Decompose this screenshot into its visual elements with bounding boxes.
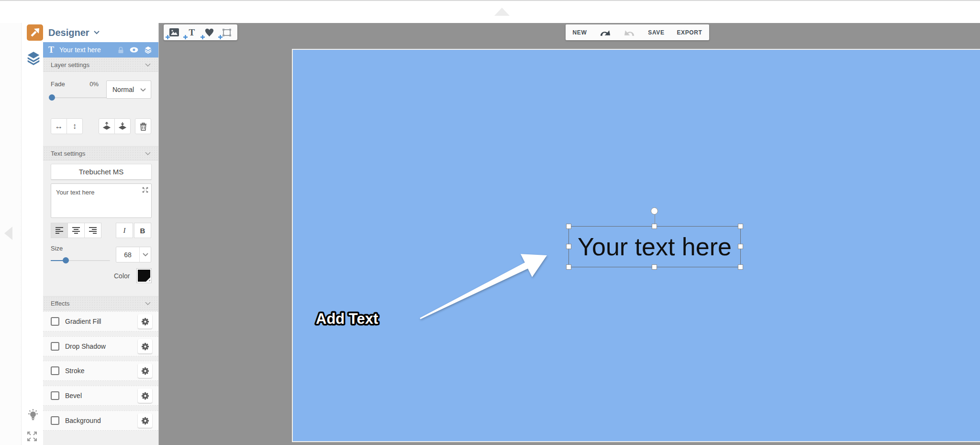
effect-label: Gradient Fill (65, 318, 101, 325)
top-strip (0, 0, 980, 23)
canvas-text[interactable]: Your text here (569, 227, 740, 267)
effects-title: Effects (51, 300, 70, 307)
expand-icon[interactable] (142, 187, 148, 193)
undo-button[interactable] (599, 28, 611, 37)
collapse-up-icon[interactable] (494, 8, 510, 16)
visibility-eye-icon[interactable] (130, 47, 138, 53)
add-graphic-button[interactable] (203, 26, 215, 39)
text-content-input[interactable]: Your text here (51, 183, 152, 218)
text-settings-header[interactable]: Text settings (43, 146, 158, 160)
gear-icon (141, 342, 149, 351)
redo-button[interactable] (624, 28, 635, 37)
align-center-button[interactable] (67, 223, 85, 238)
rotation-handle[interactable] (651, 207, 658, 215)
collapse-left-icon[interactable] (4, 227, 12, 240)
color-swatch[interactable] (136, 268, 152, 283)
align-left-button[interactable] (51, 223, 68, 238)
heart-icon (204, 28, 214, 37)
app: Designer T Your text here (0, 0, 980, 445)
export-button[interactable]: EXPORT (677, 29, 702, 36)
drop-shadow-checkbox[interactable] (51, 342, 59, 351)
resize-handle-bottom-middle[interactable] (652, 264, 657, 270)
gear-icon (141, 392, 149, 400)
add-image-button[interactable] (168, 26, 180, 39)
effects-header[interactable]: Effects (43, 296, 158, 310)
stroke-checkbox[interactable] (51, 366, 59, 375)
add-text-button[interactable]: T (186, 26, 198, 39)
selected-layer-row[interactable]: T Your text here (43, 42, 158, 57)
save-button[interactable]: SAVE (648, 29, 664, 36)
chevron-down-icon (145, 302, 151, 305)
send-backward-icon (118, 122, 127, 131)
size-value: 68 (116, 251, 139, 259)
size-select[interactable]: 68 (116, 247, 151, 262)
stroke-settings-button[interactable] (138, 364, 152, 378)
italic-button[interactable]: I (116, 223, 133, 238)
chevron-down-icon (143, 253, 148, 256)
trash-icon (139, 122, 147, 131)
resize-handle-top-middle[interactable] (652, 224, 657, 229)
gradient-fill-settings-button[interactable] (138, 314, 152, 329)
layer-stack-icon[interactable] (144, 46, 152, 54)
bevel-checkbox[interactable] (51, 391, 59, 400)
effect-label: Background (65, 417, 101, 424)
align-left-icon (55, 227, 64, 234)
resize-handle-bottom-right[interactable] (738, 264, 743, 270)
chevron-down-icon (140, 88, 146, 91)
app-logo[interactable] (27, 24, 43, 41)
delete-layer-button[interactable] (135, 118, 151, 134)
effect-row-drop-shadow: Drop Shadow (43, 336, 158, 356)
background-checkbox[interactable] (51, 416, 59, 425)
align-right-button[interactable] (84, 223, 101, 238)
font-family-button[interactable]: Trebuchet MS (51, 164, 152, 180)
designer-header[interactable]: Designer (43, 23, 158, 42)
add-text-annotation: Add Text (312, 306, 412, 334)
gradient-fill-checkbox[interactable] (51, 317, 59, 326)
color-label: Color (114, 272, 130, 280)
layer-settings-header[interactable]: Layer settings (43, 57, 158, 72)
redo-icon (624, 28, 635, 37)
chevron-down-icon (145, 152, 151, 155)
send-backward-button[interactable] (114, 118, 131, 134)
shape-icon (222, 28, 232, 37)
layers-panel-icon[interactable] (27, 51, 40, 67)
fade-slider-knob[interactable] (49, 94, 55, 101)
resize-handle-top-right[interactable] (738, 224, 743, 229)
design-canvas[interactable]: Add Text Your text here (292, 49, 980, 442)
blend-mode-select[interactable]: Normal (106, 80, 151, 99)
tips-lightbulb-icon[interactable] (27, 409, 39, 424)
fade-slider-track[interactable] (51, 97, 107, 98)
lock-icon[interactable] (118, 46, 124, 54)
bold-button[interactable]: B (134, 223, 151, 238)
app-title: Designer (48, 27, 89, 38)
resize-handle-middle-left[interactable] (566, 244, 571, 249)
bevel-settings-button[interactable] (138, 388, 152, 403)
resize-handle-middle-right[interactable] (738, 244, 743, 249)
gear-icon (141, 367, 149, 375)
annotation-text: Add Text (316, 310, 378, 327)
add-shape-button[interactable] (221, 26, 233, 39)
layer-label: Your text here (59, 46, 101, 54)
fullscreen-icon[interactable] (27, 431, 37, 444)
resize-handle-top-left[interactable] (566, 224, 571, 229)
effect-label: Stroke (65, 367, 84, 375)
bring-forward-button[interactable] (99, 118, 115, 134)
effect-row-background: Background (43, 411, 158, 431)
selected-text-element[interactable]: Your text here (568, 226, 741, 267)
resize-handle-bottom-left[interactable] (566, 264, 571, 270)
plus-icon (200, 34, 205, 40)
center-vertical-button[interactable]: ↕ (67, 118, 83, 134)
text-content-value: Your text here (56, 189, 94, 196)
new-button[interactable]: NEW (573, 29, 587, 36)
size-slider-knob[interactable] (63, 257, 69, 263)
drop-shadow-settings-button[interactable] (138, 339, 152, 354)
blend-mode-value: Normal (112, 86, 134, 93)
gear-icon (141, 417, 149, 425)
center-horizontal-button[interactable]: ↔ (51, 118, 67, 134)
align-right-icon (89, 227, 97, 234)
fade-value: 0% (83, 80, 99, 88)
background-settings-button[interactable] (138, 413, 152, 428)
workspace: T (159, 23, 980, 445)
layer-settings-title: Layer settings (51, 61, 89, 68)
plus-icon (165, 34, 170, 40)
